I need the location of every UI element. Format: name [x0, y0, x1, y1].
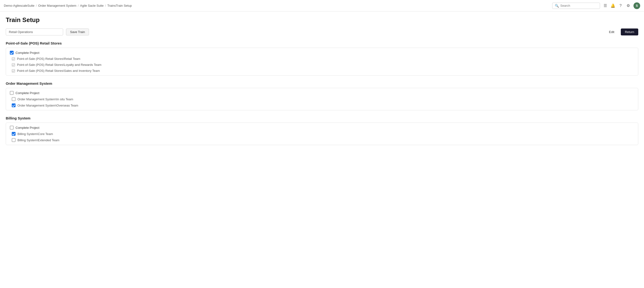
complete-project-checkbox-oms[interactable]	[10, 91, 14, 95]
breadcrumb-item-3[interactable]: Agile Sacle Suite	[80, 4, 104, 8]
item-label-pos-0: Point-of-Sale (POS) Retail Stores\Retail…	[17, 57, 80, 61]
section-billing: Billing SystemComplete ProjectBilling Sy…	[6, 116, 638, 145]
breadcrumb: Demo-AgilescaleSuite / Order Management …	[4, 4, 132, 8]
breadcrumb-sep-1: /	[36, 4, 37, 8]
search-box[interactable]: 🔍	[552, 3, 600, 9]
page-content: Train Setup Save Train Edit Return Point…	[0, 12, 644, 156]
list-item: Point-of-Sale (POS) Retail Stores\Sales …	[12, 69, 634, 73]
complete-project-checkbox-pos[interactable]	[10, 51, 14, 55]
section-title-billing: Billing System	[6, 116, 638, 120]
breadcrumb-sep-3: /	[105, 4, 106, 8]
item-checkbox-billing-0[interactable]	[12, 132, 16, 136]
breadcrumb-item-4[interactable]: TrainsTrain Setup	[107, 4, 132, 8]
complete-project-row-oms: Complete Project	[10, 91, 634, 95]
section-oms: Order Management SystemComplete ProjectO…	[6, 81, 638, 110]
complete-project-checkbox-billing[interactable]	[10, 126, 14, 130]
train-name-input[interactable]	[6, 29, 63, 36]
navbar: Demo-AgilescaleSuite / Order Management …	[0, 0, 644, 12]
section-card-oms: Complete ProjectOrder Management System\…	[6, 88, 638, 110]
sub-items-billing: Billing System\Core TeamBilling System\E…	[10, 132, 634, 142]
complete-project-label-billing: Complete Project	[16, 126, 40, 130]
bell-icon[interactable]: 🔔	[610, 3, 615, 8]
section-card-billing: Complete ProjectBilling System\Core Team…	[6, 123, 638, 145]
item-label-billing-0: Billing System\Core Team	[18, 132, 53, 136]
list-item: Order Management System\Overseas Team	[12, 103, 634, 107]
item-checkbox-oms-1[interactable]	[12, 103, 16, 107]
item-checkbox-billing-1[interactable]	[12, 138, 16, 142]
sub-items-oms: Order Management System\In situ TeamOrde…	[10, 97, 634, 107]
complete-project-label-oms: Complete Project	[16, 91, 40, 95]
complete-project-label-pos: Complete Project	[16, 51, 40, 55]
section-title-oms: Order Management System	[6, 81, 638, 86]
section-pos: Point-of-Sale (POS) Retail StoresComplet…	[6, 41, 638, 76]
complete-project-row-pos: Complete Project	[10, 51, 634, 55]
list-item: Billing System\Core Team	[12, 132, 634, 136]
breadcrumb-item-1[interactable]: Demo-AgilescaleSuite	[4, 4, 34, 8]
item-checkbox-pos-0[interactable]	[12, 57, 15, 61]
sections-container: Point-of-Sale (POS) Retail StoresComplet…	[6, 41, 638, 145]
section-title-pos: Point-of-Sale (POS) Retail Stores	[6, 41, 638, 45]
search-icon: 🔍	[555, 4, 559, 8]
item-label-billing-1: Billing System\Extended Team	[18, 138, 59, 142]
list-item: Order Management System\In situ Team	[12, 97, 634, 101]
sub-items-pos: Point-of-Sale (POS) Retail Stores\Retail…	[10, 57, 634, 73]
list-item: Point-of-Sale (POS) Retail Stores\Loyalt…	[12, 63, 634, 67]
breadcrumb-item-2[interactable]: Order Management System	[38, 4, 76, 8]
item-label-pos-1: Point-of-Sale (POS) Retail Stores\Loyalt…	[17, 63, 102, 67]
search-input[interactable]	[560, 4, 597, 8]
list-icon[interactable]: ☰	[603, 3, 608, 8]
item-checkbox-pos-2[interactable]	[12, 69, 15, 73]
settings-icon[interactable]: ⚙	[626, 3, 630, 8]
toolbar: Save Train Edit Return	[6, 29, 638, 36]
list-item: Point-of-Sale (POS) Retail Stores\Retail…	[12, 57, 634, 61]
page-title: Train Setup	[6, 16, 638, 24]
list-item: Billing System\Extended Team	[12, 138, 634, 142]
help-icon[interactable]: ?	[618, 3, 623, 8]
section-card-pos: Complete ProjectPoint-of-Sale (POS) Reta…	[6, 48, 638, 76]
avatar[interactable]: S	[634, 3, 640, 9]
nav-actions: 🔍 ☰ 🔔 ? ⚙ S	[552, 3, 640, 9]
item-checkbox-pos-1[interactable]	[12, 63, 15, 67]
complete-project-row-billing: Complete Project	[10, 126, 634, 130]
edit-button[interactable]: Edit	[606, 29, 618, 36]
breadcrumb-sep-2: /	[78, 4, 79, 8]
item-label-oms-0: Order Management System\In situ Team	[18, 97, 73, 101]
item-checkbox-oms-0[interactable]	[12, 97, 16, 101]
save-train-button[interactable]: Save Train	[66, 29, 89, 36]
item-label-pos-2: Point-of-Sale (POS) Retail Stores\Sales …	[17, 69, 100, 73]
item-label-oms-1: Order Management System\Overseas Team	[18, 104, 78, 107]
return-button[interactable]: Return	[621, 29, 638, 36]
